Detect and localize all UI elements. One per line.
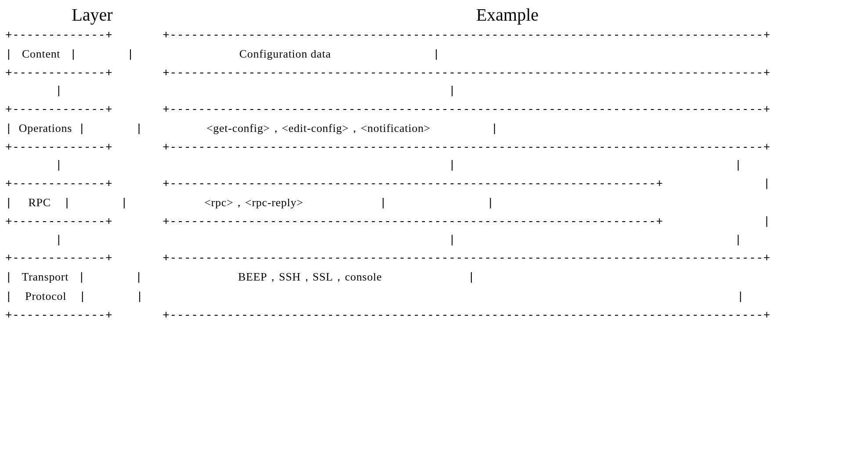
diagram-headings: LayerExample [0, 0, 868, 26]
layer-rpc-label: RPC [12, 196, 63, 209]
layer-transport-example: BEEP，SSH，SSL，console [142, 270, 468, 283]
layer-content-label: Content [12, 47, 70, 60]
layer-operations-label: Operations [12, 122, 78, 135]
heading-example: Example [184, 6, 830, 24]
netconf-layer-diagram: +-------------+ +-----------------------… [0, 26, 868, 328]
heading-layer: Layer [0, 6, 184, 24]
layer-transport-label-line1: Transport [12, 270, 78, 283]
layer-rpc-example: <rpc>，<rpc-reply> [128, 196, 380, 209]
layer-content-example: Configuration data [134, 47, 433, 60]
layer-transport-label-line2: Protocol [12, 290, 79, 303]
layer-operations-example: <get-config>，<edit-config>，<notification… [143, 122, 491, 135]
